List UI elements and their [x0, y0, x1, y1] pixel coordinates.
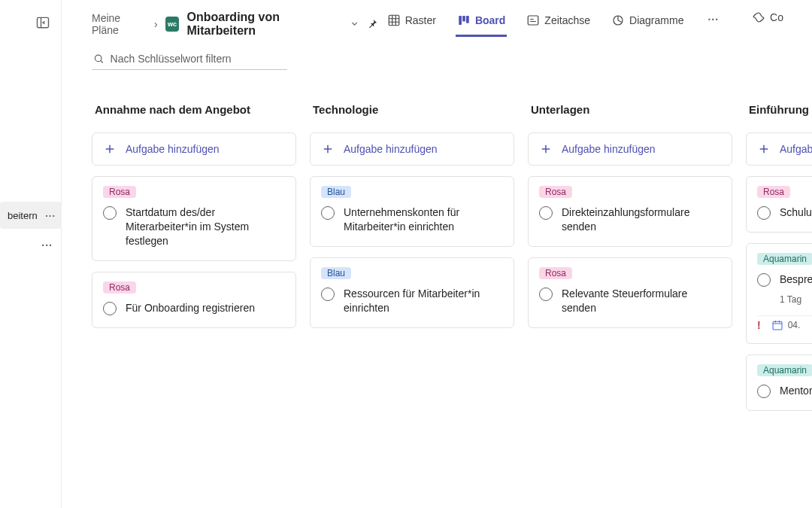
task-body: Für Onboarding registrieren	[103, 301, 285, 315]
view-grid-label: Raster	[405, 14, 436, 26]
task-title: Relevante Steuerformulare senden	[562, 287, 721, 315]
task-card[interactable]: Rosa Direkteinzahlungsformulare senden	[528, 176, 732, 247]
svg-rect-1	[389, 15, 399, 26]
task-body: Startdatum des/der Miterarbeiter*in im S…	[103, 205, 285, 248]
task-title: Startdatum des/der Miterarbeiter*in im S…	[126, 205, 285, 248]
view-timeline[interactable]: Zeitachse	[525, 11, 592, 37]
complete-toggle[interactable]	[757, 273, 771, 287]
complete-toggle[interactable]	[103, 206, 117, 220]
view-more-icon[interactable]: ···	[703, 11, 723, 29]
copilot-label: Co	[770, 11, 783, 23]
task-tag: Blau	[321, 186, 351, 198]
svg-rect-8	[773, 321, 782, 330]
collapse-rail-icon[interactable]	[35, 15, 50, 30]
board-column: EinführungAufgabe hinzufügenRosa Schulun…	[746, 103, 812, 493]
complete-toggle[interactable]	[757, 385, 771, 398]
view-timeline-label: Zeitachse	[544, 14, 590, 26]
add-task-label: Aufgabe hinzufügen	[126, 143, 220, 155]
task-title: Besprechung Teammitglied	[780, 272, 812, 287]
add-task-button[interactable]: Aufgabe hinzufügen	[528, 132, 732, 166]
left-rail: beitern ··· ···	[0, 0, 62, 508]
breadcrumb-sep-icon: ›	[154, 18, 158, 30]
add-task-button[interactable]: Aufgabe hinzufügen	[746, 132, 812, 166]
svg-rect-2	[459, 16, 462, 25]
pin-icon[interactable]	[367, 18, 378, 30]
column-title[interactable]: Einführung	[746, 103, 812, 122]
search-field[interactable]	[92, 50, 287, 70]
task-title: Für Onboarding registrieren	[126, 301, 255, 315]
board-column: UnterlagenAufgabe hinzufügenRosa Direkte…	[528, 103, 732, 493]
sidebar-more[interactable]: ···	[0, 239, 62, 251]
add-task-button[interactable]: Aufgabe hinzufügen	[310, 132, 514, 166]
board[interactable]: Annahme nach dem AngebotAufgabe hinzufüg…	[62, 70, 812, 508]
svg-rect-4	[466, 16, 469, 23]
task-duration: 1 Tag	[780, 294, 801, 305]
svg-rect-5	[529, 16, 539, 25]
breadcrumb-title[interactable]: Onboarding von Mitarbeitern	[186, 11, 341, 38]
task-tag: Rosa	[757, 186, 790, 198]
task-title: Direkteinzahlungsformulare senden	[562, 205, 721, 234]
view-board-label: Board	[475, 14, 505, 26]
task-body: Ressourcen für Mitarbeiter*in einrichten	[321, 287, 503, 315]
task-body: Mentor	[757, 384, 812, 398]
task-body: Unternehmenskonten für Mitarbeiter*in ei…	[321, 205, 503, 234]
task-card[interactable]: Aquamarin Mentor	[746, 354, 812, 411]
task-meta: 1 Tag	[757, 294, 812, 305]
complete-toggle[interactable]	[103, 302, 117, 315]
complete-toggle[interactable]	[321, 287, 335, 301]
breadcrumb-root[interactable]: Meine Pläne	[92, 12, 147, 36]
task-title: Ressourcen für Mitarbeiter*in einrichten	[344, 287, 503, 315]
task-card[interactable]: Blau Unternehmenskonten für Mitarbeiter*…	[310, 176, 514, 247]
task-card[interactable]: Rosa Für Onboarding registrieren	[92, 272, 296, 328]
complete-toggle[interactable]	[757, 206, 771, 220]
task-body: Relevante Steuerformulare senden	[539, 287, 721, 315]
sidebar-item-more-icon[interactable]: ···	[45, 210, 56, 221]
task-title: Schulung Einführung	[780, 205, 812, 220]
view-charts-label: Diagramme	[629, 14, 683, 26]
search-icon	[93, 53, 105, 65]
task-card[interactable]: Aquamarin Besprechung Teammitglied1 Tag …	[746, 243, 812, 344]
sidebar-item-selected[interactable]: beitern ···	[0, 202, 62, 229]
task-body: Direkteinzahlungsformulare senden	[539, 205, 721, 234]
header: Meine Pläne › wc Onboarding von Mitarbei…	[62, 11, 812, 38]
task-card[interactable]: Blau Ressourcen für Mitarbeiter*in einri…	[310, 257, 514, 328]
complete-toggle[interactable]	[539, 206, 553, 220]
svg-point-7	[95, 55, 102, 62]
sidebar-item-label: beitern	[8, 210, 38, 221]
task-tag: Aquamarin	[757, 364, 812, 376]
svg-rect-3	[462, 16, 465, 22]
copilot-button[interactable]: Co	[741, 11, 783, 24]
task-tag: Rosa	[539, 186, 572, 198]
task-tag: Rosa	[103, 281, 136, 294]
due-date: 04.	[771, 319, 801, 331]
task-tag: Rosa	[103, 186, 136, 198]
task-body: Schulung Einführung	[757, 205, 812, 220]
view-board[interactable]: Board	[456, 11, 507, 37]
task-card[interactable]: Rosa Relevante Steuerformulare senden	[528, 257, 732, 328]
main: Meine Pläne › wc Onboarding von Mitarbei…	[62, 0, 812, 508]
task-tag: Blau	[321, 267, 351, 279]
column-title[interactable]: Technologie	[310, 103, 514, 122]
search-input[interactable]	[111, 53, 286, 65]
view-charts[interactable]: Diagramme	[610, 11, 685, 37]
task-card[interactable]: Rosa Startdatum des/der Miterarbeiter*in…	[92, 176, 296, 261]
task-title: Mentor	[780, 384, 812, 398]
add-task-button[interactable]: Aufgabe hinzufügen	[92, 132, 296, 166]
plus-icon	[321, 142, 335, 156]
task-tag: Aquamarin	[757, 253, 812, 265]
task-card[interactable]: Rosa Schulung Einführung	[746, 176, 812, 233]
view-grid[interactable]: Raster	[386, 11, 438, 37]
complete-toggle[interactable]	[539, 287, 553, 301]
board-column: TechnologieAufgabe hinzufügenBlau Untern…	[310, 103, 514, 493]
column-title[interactable]: Annahme nach dem Angebot	[92, 103, 296, 122]
add-task-label: Aufgabe hinzufügen	[780, 143, 812, 155]
plus-icon	[539, 142, 553, 156]
task-body: Besprechung Teammitglied	[757, 272, 812, 287]
chevron-down-icon[interactable]	[350, 19, 359, 29]
plus-icon	[757, 142, 771, 156]
task-tag: Rosa	[539, 267, 572, 279]
alert-icon: !	[757, 319, 761, 331]
complete-toggle[interactable]	[321, 206, 335, 220]
calendar-icon	[771, 319, 783, 331]
column-title[interactable]: Unterlagen	[528, 103, 732, 122]
